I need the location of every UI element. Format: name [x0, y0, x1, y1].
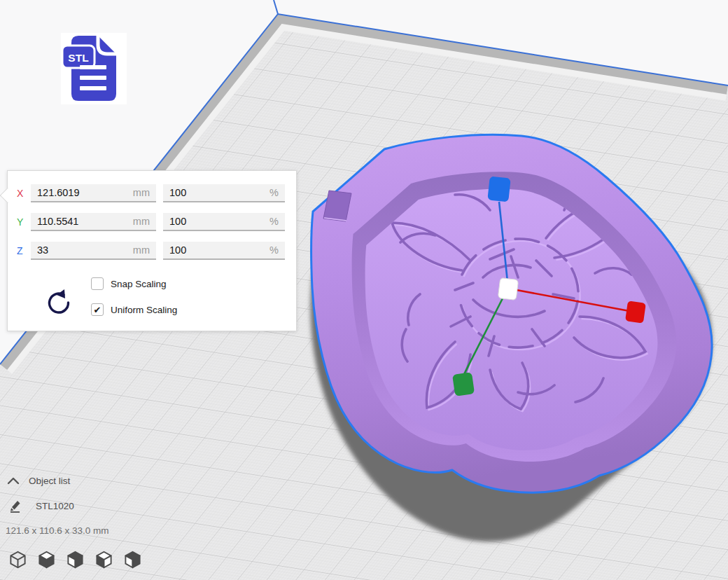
- scale-x-mm-value: 121.6019: [37, 187, 79, 198]
- selected-model-dimensions: 121.6 x 110.6 x 33.0 mm: [6, 525, 109, 536]
- chevron-up-icon: [7, 477, 20, 485]
- camera-view-toolbar: [8, 550, 142, 569]
- axis-y-label: Y: [17, 216, 31, 228]
- mm-unit-label: mm: [133, 187, 150, 198]
- cube-front-view-icon: [37, 550, 56, 569]
- view-top-button[interactable]: [66, 550, 85, 569]
- object-list-item-name: STL1020: [36, 501, 74, 511]
- stl-badge-label: STL: [68, 52, 88, 64]
- scale-z-percent-input[interactable]: 100 %: [163, 242, 285, 260]
- snap-scaling-label: Snap Scaling: [111, 279, 167, 289]
- percent-unit-label: %: [270, 187, 279, 198]
- scale-row-z: Z 33 mm 100 %: [17, 241, 288, 261]
- pencil-icon: [9, 499, 22, 513]
- scale-row-x: X 121.6019 mm 100 %: [17, 184, 288, 203]
- scale-x-mm-input[interactable]: 121.6019 mm: [31, 184, 156, 202]
- uniform-scaling-checkbox[interactable]: ✔: [91, 303, 104, 316]
- view-3d-button[interactable]: [8, 550, 27, 569]
- cube-left-view-icon: [94, 550, 113, 569]
- gizmo-center-handle[interactable]: [498, 278, 518, 301]
- cube-top-view-icon: [66, 550, 85, 569]
- scale-y-percent-value: 100: [169, 216, 186, 227]
- scale-y-mm-value: 110.5541: [37, 216, 78, 227]
- uniform-scaling-label: Uniform Scaling: [111, 305, 177, 315]
- percent-unit-label: %: [270, 244, 279, 256]
- axis-z-label: Z: [17, 245, 31, 256]
- scale-y-percent-input[interactable]: 100 %: [163, 213, 285, 231]
- stl-document-icon: STL: [62, 34, 126, 104]
- view-right-button[interactable]: [123, 550, 142, 569]
- view-front-button[interactable]: [37, 550, 56, 569]
- object-list-title: Object list: [29, 476, 70, 486]
- cube-right-view-icon: [123, 550, 142, 569]
- scale-tool-panel: X 121.6019 mm 100 % Y 110.5541 mm 100 % …: [7, 170, 297, 331]
- scale-x-percent-input[interactable]: 100 %: [163, 184, 285, 202]
- cura-3d-viewport-window: STL X 121.6019 mm 100 % Y 110.5541: [0, 0, 728, 580]
- gizmo-x-handle[interactable]: [625, 301, 646, 323]
- object-list-item[interactable]: STL1020: [9, 499, 74, 513]
- object-list-header[interactable]: Object list: [7, 476, 70, 486]
- gizmo-z-handle[interactable]: [487, 177, 510, 202]
- uniform-scaling-row: ✔ Uniform Scaling: [91, 303, 296, 316]
- mm-unit-label: mm: [133, 244, 150, 256]
- view-left-button[interactable]: [94, 550, 113, 569]
- percent-unit-label: %: [270, 216, 279, 227]
- scale-x-percent-value: 100: [169, 187, 186, 198]
- scale-z-mm-value: 33: [37, 244, 48, 256]
- cube-3d-view-icon: [8, 550, 27, 569]
- scale-y-mm-input[interactable]: 110.5541 mm: [31, 213, 156, 231]
- scale-z-percent-value: 100: [169, 244, 186, 256]
- snap-scaling-checkbox[interactable]: [91, 277, 104, 290]
- reset-arrow-icon: [44, 289, 72, 317]
- reset-scale-button[interactable]: [44, 289, 72, 317]
- snap-scaling-row: Snap Scaling: [91, 277, 296, 290]
- mm-unit-label: mm: [133, 216, 150, 227]
- axis-x-label: X: [17, 188, 31, 199]
- gizmo-y-handle[interactable]: [452, 372, 475, 396]
- uniform-scaling-checkmark: ✔: [94, 305, 102, 315]
- scale-z-mm-input[interactable]: 33 mm: [31, 242, 156, 260]
- stl-file-icon: STL: [61, 33, 127, 104]
- scale-row-y: Y 110.5541 mm 100 %: [17, 212, 288, 232]
